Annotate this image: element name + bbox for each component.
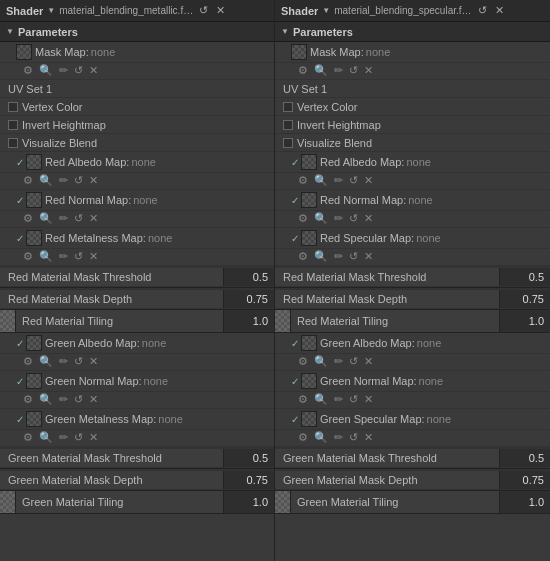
pencil-icon[interactable]: ✏	[333, 250, 344, 263]
vertex-color-checkbox[interactable]	[8, 102, 18, 112]
gear-icon[interactable]: ⚙	[297, 250, 309, 263]
refresh-icon[interactable]: ↺	[348, 212, 359, 225]
close-icon[interactable]: ✕	[214, 4, 227, 17]
refresh-icon[interactable]: ↺	[348, 355, 359, 368]
search-icon[interactable]: 🔍	[38, 250, 54, 263]
pencil-icon[interactable]: ✏	[333, 174, 344, 187]
gear-icon[interactable]: ⚙	[22, 174, 34, 187]
close-icon[interactable]: ✕	[88, 250, 99, 263]
gear-icon[interactable]: ⚙	[22, 250, 34, 263]
pencil-icon[interactable]: ✏	[333, 431, 344, 444]
pencil-icon[interactable]: ✏	[333, 393, 344, 406]
close-icon[interactable]: ✕	[363, 393, 374, 406]
gear-icon[interactable]: ⚙	[22, 393, 34, 406]
gear-icon[interactable]: ⚙	[297, 212, 309, 225]
close-icon[interactable]: ✕	[363, 64, 374, 77]
pencil-icon[interactable]: ✏	[333, 212, 344, 225]
search-icon[interactable]: 🔍	[38, 355, 54, 368]
close-icon[interactable]: ✕	[88, 212, 99, 225]
close-icon[interactable]: ✕	[363, 174, 374, 187]
shader-filename: material_blending_metallic.f…	[59, 5, 193, 16]
close-icon[interactable]: ✕	[88, 393, 99, 406]
close-icon[interactable]: ✕	[363, 212, 374, 225]
close-icon[interactable]: ✕	[88, 431, 99, 444]
refresh-icon[interactable]: ↺	[348, 393, 359, 406]
close-icon[interactable]: ✕	[363, 250, 374, 263]
search-icon[interactable]: 🔍	[38, 212, 54, 225]
pencil-icon[interactable]: ✏	[58, 250, 69, 263]
vertex-color-checkbox[interactable]	[283, 102, 293, 112]
search-icon[interactable]: 🔍	[313, 64, 329, 77]
pencil-icon[interactable]: ✏	[58, 212, 69, 225]
refresh-icon[interactable]: ↺	[197, 4, 210, 17]
mask-map-thumb	[16, 44, 32, 60]
gear-icon[interactable]: ⚙	[297, 431, 309, 444]
red-threshold-row[interactable]: Red Material Mask Threshold 0.5	[0, 266, 274, 288]
visualize-blend-checkbox[interactable]	[283, 138, 293, 148]
close-icon[interactable]: ✕	[363, 355, 374, 368]
search-icon[interactable]: 🔍	[313, 355, 329, 368]
invert-heightmap-checkbox[interactable]	[8, 120, 18, 130]
gear-icon[interactable]: ⚙	[297, 64, 309, 77]
refresh-icon[interactable]: ↺	[348, 174, 359, 187]
gear-icon[interactable]: ⚙	[297, 393, 309, 406]
red-depth-row[interactable]: Red Material Mask Depth 0.75	[275, 288, 550, 310]
pencil-icon[interactable]: ✏	[333, 355, 344, 368]
red-tiling-row[interactable]: Red Material Tiling 1.0	[275, 310, 550, 333]
close-icon[interactable]: ✕	[363, 431, 374, 444]
invert-heightmap-checkbox[interactable]	[283, 120, 293, 130]
red-extra-value: none	[416, 232, 440, 244]
search-icon[interactable]: 🔍	[313, 393, 329, 406]
close-icon[interactable]: ✕	[88, 174, 99, 187]
gear-icon[interactable]: ⚙	[22, 212, 34, 225]
refresh-icon[interactable]: ↺	[73, 174, 84, 187]
close-icon[interactable]: ✕	[493, 4, 506, 17]
green-depth-row[interactable]: Green Material Mask Depth 0.75	[275, 469, 550, 491]
gear-icon[interactable]: ⚙	[297, 174, 309, 187]
red-depth-row[interactable]: Red Material Mask Depth 0.75	[0, 288, 274, 310]
red-threshold-row[interactable]: Red Material Mask Threshold 0.5	[275, 266, 550, 288]
refresh-icon[interactable]: ↺	[73, 250, 84, 263]
parameters-section-header[interactable]: ▼ Parameters	[0, 22, 274, 42]
refresh-icon[interactable]: ↺	[348, 431, 359, 444]
visualize-blend-checkbox[interactable]	[8, 138, 18, 148]
green-depth-row[interactable]: Green Material Mask Depth 0.75	[0, 469, 274, 491]
search-icon[interactable]: 🔍	[313, 174, 329, 187]
green-normal-icons: ⚙ 🔍 ✏ ↺ ✕	[275, 392, 550, 409]
pencil-icon[interactable]: ✏	[58, 64, 69, 77]
refresh-icon[interactable]: ↺	[73, 355, 84, 368]
pencil-icon[interactable]: ✏	[58, 174, 69, 187]
search-icon[interactable]: 🔍	[38, 174, 54, 187]
search-icon[interactable]: 🔍	[313, 431, 329, 444]
refresh-icon[interactable]: ↺	[476, 4, 489, 17]
gear-icon[interactable]: ⚙	[22, 431, 34, 444]
gear-icon[interactable]: ⚙	[22, 355, 34, 368]
green-tiling-row[interactable]: Green Material Tiling 1.0	[0, 491, 274, 514]
close-icon[interactable]: ✕	[88, 64, 99, 77]
refresh-icon[interactable]: ↺	[348, 64, 359, 77]
pencil-icon[interactable]: ✏	[58, 431, 69, 444]
search-icon[interactable]: 🔍	[313, 212, 329, 225]
red-albedo-thumb	[26, 154, 42, 170]
pencil-icon[interactable]: ✏	[58, 393, 69, 406]
pencil-icon[interactable]: ✏	[58, 355, 69, 368]
search-icon[interactable]: 🔍	[38, 431, 54, 444]
parameters-section-header[interactable]: ▼ Parameters	[275, 22, 550, 42]
search-icon[interactable]: 🔍	[38, 64, 54, 77]
red-tiling-row[interactable]: Red Material Tiling 1.0	[0, 310, 274, 333]
search-icon[interactable]: 🔍	[313, 250, 329, 263]
search-icon[interactable]: 🔍	[38, 393, 54, 406]
green-threshold-row[interactable]: Green Material Mask Threshold 0.5	[275, 447, 550, 469]
gear-icon[interactable]: ⚙	[297, 355, 309, 368]
refresh-icon[interactable]: ↺	[73, 212, 84, 225]
pencil-icon[interactable]: ✏	[333, 64, 344, 77]
red-extra-row: ✓ Red Specular Map: none	[275, 228, 550, 249]
close-icon[interactable]: ✕	[88, 355, 99, 368]
refresh-icon[interactable]: ↺	[73, 393, 84, 406]
refresh-icon[interactable]: ↺	[348, 250, 359, 263]
green-threshold-row[interactable]: Green Material Mask Threshold 0.5	[0, 447, 274, 469]
gear-icon[interactable]: ⚙	[22, 64, 34, 77]
green-tiling-row[interactable]: Green Material Tiling 1.0	[275, 491, 550, 514]
refresh-icon[interactable]: ↺	[73, 64, 84, 77]
refresh-icon[interactable]: ↺	[73, 431, 84, 444]
